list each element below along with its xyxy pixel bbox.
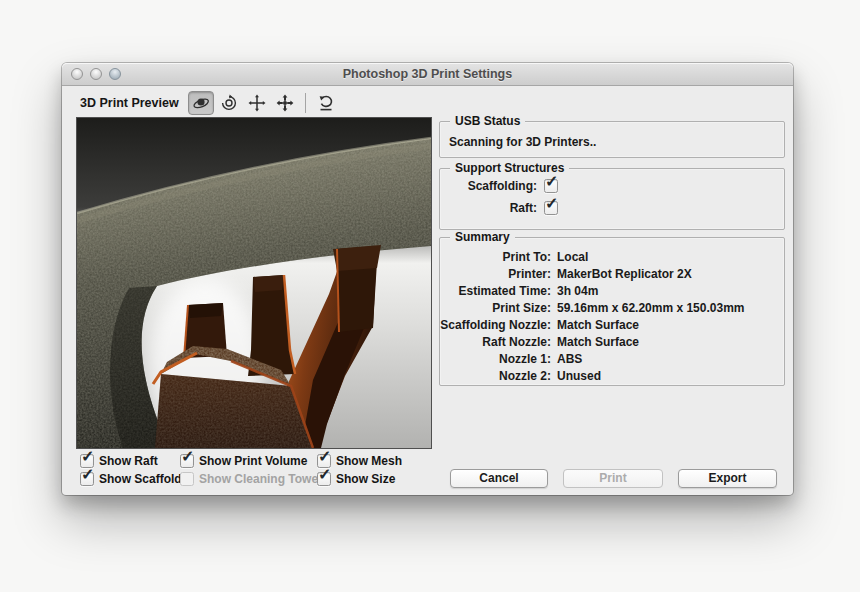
summary-label: Nozzle 1:: [440, 352, 551, 366]
cancel-button[interactable]: Cancel: [450, 469, 548, 488]
summary-label: Print To:: [440, 250, 551, 264]
summary-label: Raft Nozzle:: [440, 335, 551, 349]
summary-group-title: Summary: [450, 230, 515, 244]
3d-preview-viewport[interactable]: [76, 117, 432, 449]
usb-status-group-title: USB Status: [450, 114, 525, 128]
print-button: Print: [563, 469, 663, 488]
preview-toolbar-label: 3D Print Preview: [80, 96, 179, 110]
scaffolding-label: Scaffolding:: [440, 179, 537, 193]
slide-camera-icon: [276, 94, 294, 112]
pan-camera-tool-button[interactable]: [244, 91, 270, 115]
show-scaffold-checkbox[interactable]: [80, 472, 94, 486]
summary-value: Local: [557, 250, 588, 264]
toolbar-separator: [305, 93, 306, 113]
support-structures-group: Support Structures Scaffolding: Raft:: [439, 168, 785, 230]
summary-label: Printer:: [440, 267, 551, 281]
pan-camera-icon: [248, 94, 266, 112]
roll-camera-icon: [220, 94, 238, 112]
show-cleaning-tower-checkbox: [180, 472, 194, 486]
show-size-option[interactable]: Show Size: [317, 472, 395, 486]
orbit-camera-icon: [192, 94, 210, 112]
show-print-volume-checkbox[interactable]: [180, 454, 194, 468]
usb-status-message: Scanning for 3D Printers..: [449, 135, 596, 149]
summary-value: Match Surface: [557, 318, 639, 332]
titlebar[interactable]: Photoshop 3D Print Settings: [62, 63, 793, 86]
summary-label: Print Size:: [440, 301, 551, 315]
summary-label: Scaffolding Nozzle:: [440, 318, 551, 332]
show-scaffold-option[interactable]: Show Scaffold: [80, 472, 182, 486]
scaffolding-checkbox[interactable]: [544, 179, 558, 193]
reset-camera-tool-button[interactable]: [313, 91, 339, 115]
print-settings-dialog: Photoshop 3D Print Settings 3D Print Pre…: [62, 63, 793, 495]
preview-toolbar: 3D Print Preview: [80, 90, 341, 116]
reset-camera-icon: [317, 94, 335, 112]
summary-value: 59.16mm x 62.20mm x 150.03mm: [557, 301, 744, 315]
raft-checkbox[interactable]: [544, 201, 558, 215]
slide-camera-tool-button[interactable]: [272, 91, 298, 115]
roll-camera-tool-button[interactable]: [216, 91, 242, 115]
summary-label: Estimated Time:: [440, 284, 551, 298]
summary-value: Match Surface: [557, 335, 639, 349]
summary-value: Unused: [557, 369, 601, 383]
summary-value: MakerBot Replicator 2X: [557, 267, 692, 281]
summary-value: ABS: [557, 352, 582, 366]
export-button[interactable]: Export: [678, 469, 777, 488]
summary-label: Nozzle 2:: [440, 369, 551, 383]
orbit-camera-tool-button[interactable]: [188, 91, 214, 115]
window-title: Photoshop 3D Print Settings: [62, 67, 793, 81]
usb-status-group: USB Status Scanning for 3D Printers..: [439, 121, 785, 158]
summary-value: 3h 04m: [557, 284, 598, 298]
raft-label: Raft:: [440, 201, 537, 215]
summary-group: Summary Print To: Local Printer: MakerBo…: [439, 237, 785, 386]
show-size-checkbox[interactable]: [317, 472, 331, 486]
show-print-volume-option[interactable]: Show Print Volume: [180, 454, 307, 468]
show-cleaning-tower-option: Show Cleaning Tower: [180, 472, 323, 486]
